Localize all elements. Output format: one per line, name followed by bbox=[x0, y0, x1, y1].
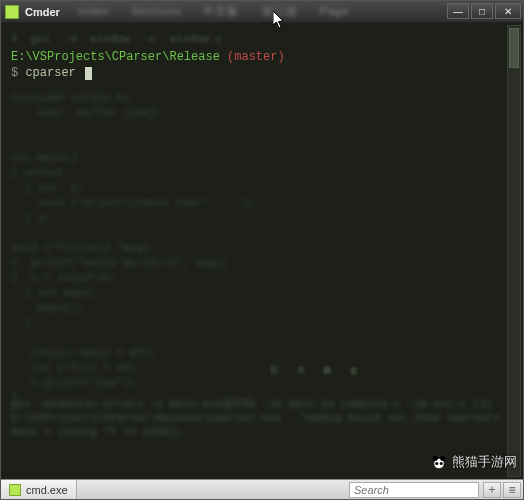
close-button[interactable]: ✕ bbox=[495, 3, 521, 19]
toolbar-icons-blurred: ⎘ ≡ ⊞ ☰ bbox=[271, 363, 363, 379]
git-branch: (master) bbox=[227, 50, 285, 64]
vertical-scrollbar[interactable] bbox=[507, 25, 521, 477]
titlebar: Cmder index Sections 中文版 菜口面 Page — □ ✕ bbox=[1, 1, 523, 23]
app-title: Cmder bbox=[25, 6, 60, 18]
svg-point-3 bbox=[435, 462, 438, 465]
terminal-icon bbox=[9, 484, 21, 496]
window-controls: — □ ✕ bbox=[447, 3, 521, 19]
tab-cmd[interactable]: cmd.exe bbox=[1, 480, 77, 499]
terminal-output-blurred: #include <stdio.h> char buffer [256]; in… bbox=[11, 91, 513, 406]
watermark-text: 熊猫手游网 bbox=[452, 453, 517, 471]
app-icon bbox=[5, 5, 19, 19]
tab-label: cmd.exe bbox=[26, 484, 68, 496]
search-input[interactable] bbox=[349, 482, 479, 498]
new-tab-button[interactable]: ＋ bbox=[483, 482, 501, 498]
text-cursor bbox=[85, 67, 92, 80]
terminal-pane[interactable]: λ gcc -o window -c window.c E:\VSProject… bbox=[1, 23, 523, 479]
watermark: 熊猫手游网 bbox=[430, 453, 517, 471]
statusbar: cmd.exe ＋ ≡ bbox=[1, 479, 523, 499]
typed-command: cparser bbox=[25, 66, 75, 80]
app-window: Cmder index Sections 中文版 菜口面 Page — □ ✕ … bbox=[0, 0, 524, 500]
titlebar-blurred-text: index Sections 中文版 菜口面 Page bbox=[78, 4, 367, 19]
maximize-button[interactable]: □ bbox=[471, 3, 493, 19]
prompt-line: $ cparser bbox=[11, 65, 513, 81]
svg-point-2 bbox=[440, 456, 445, 461]
panda-icon bbox=[430, 453, 448, 471]
minimize-button[interactable]: — bbox=[447, 3, 469, 19]
svg-point-4 bbox=[440, 462, 443, 465]
svg-point-1 bbox=[433, 456, 438, 461]
cwd-line: E:\VSProjects\CParser\Release (master) bbox=[11, 49, 513, 65]
menu-button[interactable]: ≡ bbox=[503, 482, 521, 498]
terminal-footer-blurred: gcc -pedantic-errors -o main.exe源代码 -lm … bbox=[11, 397, 513, 439]
scrollbar-thumb[interactable] bbox=[509, 28, 519, 68]
cwd-path: E:\VSProjects\CParser\Release bbox=[11, 50, 220, 64]
prompt-symbol: $ bbox=[11, 66, 18, 80]
terminal-history-line: λ gcc -o window -c window.c bbox=[11, 31, 513, 47]
